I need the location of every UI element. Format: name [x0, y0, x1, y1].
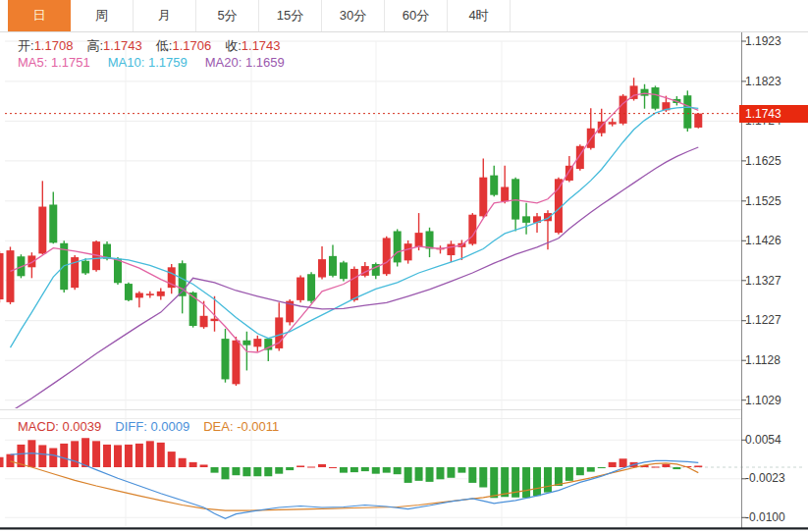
macd-label: MACD:: [18, 419, 59, 434]
price-axis-label: 1.1128: [745, 352, 781, 368]
price-axis-label: 1.1327: [745, 273, 781, 289]
macd-axis-label: 0.0054: [745, 432, 781, 448]
price-axis-label: 1.1923: [745, 33, 781, 49]
price-axis-label: 1.1823: [745, 74, 781, 89]
trading-chart-window: 日 周 月 5分 15分 30分 60分 4时 开:1.1708高:1.1743…: [0, 0, 808, 532]
diff-line: [11, 453, 699, 519]
price-axis-label: 1.1227: [745, 312, 781, 328]
macd-value: 0.0039: [63, 419, 102, 434]
macd-axis-label: -0.0100: [745, 509, 785, 525]
open-label: 开:: [18, 38, 34, 53]
close-label: 收:: [225, 38, 242, 53]
price-axis-label: 1.1029: [745, 393, 781, 408]
period-tab-bar: 日 周 月 5分 15分 30分 60分 4时: [0, 0, 808, 32]
low-value: 1.1706: [172, 38, 211, 53]
tab-15min[interactable]: 15分: [259, 0, 322, 31]
dea-value: -0.0011: [237, 419, 279, 434]
ma20-value: 1.1659: [245, 55, 285, 70]
ma10-line: [11, 107, 699, 347]
close-value: 1.1743: [242, 38, 281, 53]
price-axis-label: 1.1426: [745, 233, 781, 248]
tab-month[interactable]: 月: [134, 0, 196, 31]
ma5-label: MA5:: [18, 55, 47, 70]
ma20-label: MA20:: [205, 55, 242, 70]
ohlc-row: 开:1.1708高:1.1743低:1.1706收:1.1743: [18, 37, 295, 55]
open-value: 1.1708: [34, 38, 74, 53]
macd-histogram: [0, 438, 702, 498]
high-label: 高:: [86, 38, 103, 53]
tab-week[interactable]: 周: [71, 0, 134, 31]
macd-row: MACD: 0.0039DIFF: 0.0009DEA: -0.0011: [18, 419, 293, 434]
ma10-label: MA10:: [108, 55, 145, 70]
tab-day[interactable]: 日: [8, 0, 71, 31]
diff-label: DIFF:: [115, 419, 147, 434]
last-price-tag: 1.1743: [739, 105, 808, 123]
tab-5min[interactable]: 5分: [196, 0, 259, 31]
tab-60min[interactable]: 60分: [385, 0, 448, 31]
price-axis-label: 1.1625: [745, 153, 781, 169]
tab-30min[interactable]: 30分: [322, 0, 385, 31]
high-value: 1.1743: [103, 38, 142, 53]
candlestick-chart-canvas[interactable]: [0, 0, 808, 532]
ma5-value: 1.1751: [51, 55, 90, 70]
ma10-value: 1.1759: [148, 55, 188, 70]
bottom-border: [0, 527, 808, 529]
low-label: 低:: [156, 38, 173, 53]
diff-value: 0.0009: [150, 419, 189, 434]
ma-row: MA5: 1.1751MA10: 1.1759MA20: 1.1659: [18, 55, 302, 70]
tab-4hour[interactable]: 4时: [448, 0, 511, 31]
macd-axis-label: -0.0023: [745, 470, 785, 486]
candles-series: [0, 78, 702, 386]
dea-label: DEA:: [203, 419, 233, 434]
ma5-line: [11, 93, 699, 352]
price-axis-label: 1.1525: [745, 193, 781, 209]
